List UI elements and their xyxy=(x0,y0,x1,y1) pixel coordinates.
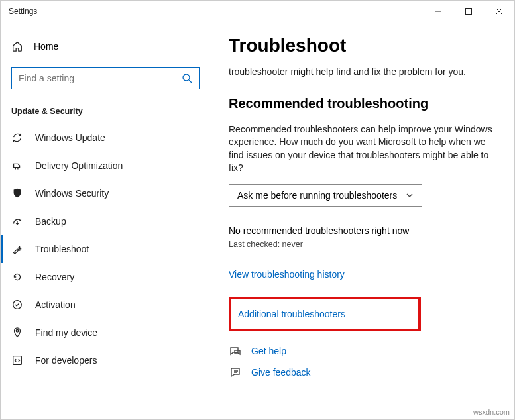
dropdown-value: Ask me before running troubleshooters xyxy=(237,190,397,201)
location-icon xyxy=(11,327,23,339)
get-help-link[interactable]: Get help xyxy=(229,344,494,358)
sidebar-item-activation[interactable]: Activation xyxy=(1,291,210,319)
main-content: Troubleshoot troubleshooter might help f… xyxy=(210,22,514,419)
svg-line-5 xyxy=(189,80,192,83)
wrench-icon xyxy=(11,243,23,255)
intro-text: troubleshooter might help find and fix t… xyxy=(229,66,494,79)
sync-icon xyxy=(11,132,23,144)
home-button[interactable]: Home xyxy=(1,35,210,58)
nav-label: Backup xyxy=(35,216,66,227)
recovery-icon xyxy=(11,271,23,283)
feedback-icon xyxy=(229,366,242,379)
watermark: wsxdn.com xyxy=(473,408,510,416)
sidebar-item-troubleshoot[interactable]: Troubleshoot xyxy=(1,235,210,263)
sidebar-item-windows-update[interactable]: Windows Update xyxy=(1,124,210,152)
sidebar-item-find-my-device[interactable]: Find my device xyxy=(1,319,210,346)
nav-label: Delivery Optimization xyxy=(35,160,123,171)
window-title: Settings xyxy=(9,7,423,16)
svg-point-4 xyxy=(183,74,190,81)
nav-label: Recovery xyxy=(35,272,74,282)
last-checked-text: Last checked: never xyxy=(229,240,494,249)
nav-label: Activation xyxy=(35,299,76,310)
sidebar: Home Update & Security Windows Update De… xyxy=(1,22,210,419)
search-input[interactable] xyxy=(11,67,200,89)
home-icon xyxy=(11,40,23,52)
sidebar-item-windows-security[interactable]: Windows Security xyxy=(1,180,210,207)
backup-icon xyxy=(11,215,23,227)
category-heading: Update & Security xyxy=(1,89,210,124)
sidebar-item-delivery-optimization[interactable]: Delivery Optimization xyxy=(1,152,210,180)
chat-icon xyxy=(229,344,242,358)
nav-label: For developers xyxy=(35,355,97,366)
section-body: Recommended troubleshooters can help imp… xyxy=(229,123,494,175)
chevron-down-icon xyxy=(406,191,414,199)
developer-icon xyxy=(11,354,23,366)
shield-icon xyxy=(11,187,23,199)
svg-rect-1 xyxy=(466,9,472,15)
nav-label: Windows Security xyxy=(35,188,109,199)
status-text: No recommended troubleshooters right now xyxy=(229,225,494,236)
get-help-label: Get help xyxy=(251,346,286,356)
maximize-button[interactable] xyxy=(453,1,484,22)
troubleshoot-preference-dropdown[interactable]: Ask me before running troubleshooters xyxy=(229,184,422,207)
titlebar: Settings xyxy=(1,1,514,22)
sidebar-item-for-developers[interactable]: For developers xyxy=(1,346,210,374)
search-field[interactable] xyxy=(19,73,182,83)
history-link[interactable]: View troubleshooting history xyxy=(229,269,494,280)
additional-troubleshooters-highlight: Additional troubleshooters xyxy=(229,297,421,331)
check-circle-icon xyxy=(11,299,23,311)
window-controls xyxy=(423,1,514,22)
nav-label: Find my device xyxy=(35,327,97,338)
svg-point-6 xyxy=(13,301,22,309)
delivery-icon xyxy=(11,160,23,172)
nav-label: Windows Update xyxy=(35,132,105,143)
sidebar-item-recovery[interactable]: Recovery xyxy=(1,263,210,291)
home-label: Home xyxy=(34,41,58,52)
search-icon xyxy=(182,73,192,83)
give-feedback-link[interactable]: Give feedback xyxy=(229,366,494,379)
sidebar-item-backup[interactable]: Backup xyxy=(1,207,210,235)
nav-list: Windows Update Delivery Optimization Win… xyxy=(1,124,210,374)
page-title: Troubleshoot xyxy=(229,35,494,56)
svg-point-7 xyxy=(16,330,19,333)
additional-troubleshooters-link[interactable]: Additional troubleshooters xyxy=(238,309,345,319)
give-feedback-label: Give feedback xyxy=(251,367,311,378)
section-heading: Recommended troubleshooting xyxy=(229,96,494,111)
close-button[interactable] xyxy=(484,1,514,22)
minimize-button[interactable] xyxy=(423,1,453,22)
nav-label: Troubleshoot xyxy=(35,244,89,254)
